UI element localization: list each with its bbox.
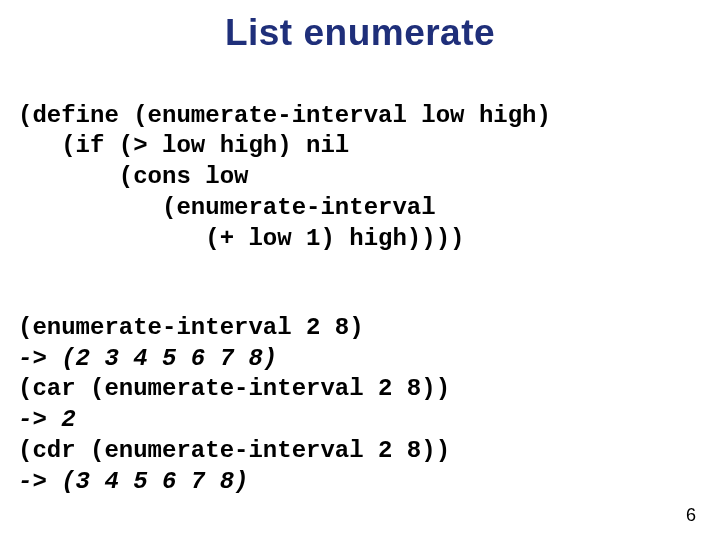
code-result: -> 2	[18, 406, 76, 433]
code-line: (if (> low high) nil	[18, 132, 349, 159]
slide: List enumerate (define (enumerate-interv…	[0, 0, 720, 540]
code-line: (cdr (enumerate-interval 2 8))	[18, 437, 450, 464]
page-number: 6	[686, 505, 696, 526]
code-block-definition: (define (enumerate-interval low high) (i…	[18, 70, 702, 254]
code-block-examples: (enumerate-interval 2 8) -> (2 3 4 5 6 7…	[18, 282, 702, 497]
code-line: (enumerate-interval	[18, 194, 436, 221]
slide-title: List enumerate	[18, 12, 702, 54]
code-result: -> (3 4 5 6 7 8)	[18, 468, 248, 495]
code-line: (car (enumerate-interval 2 8))	[18, 375, 450, 402]
code-line: (enumerate-interval 2 8)	[18, 314, 364, 341]
code-result: -> (2 3 4 5 6 7 8)	[18, 345, 277, 372]
code-line: (+ low 1) high))))	[18, 225, 464, 252]
code-line: (define (enumerate-interval low high)	[18, 102, 551, 129]
code-line: (cons low	[18, 163, 248, 190]
